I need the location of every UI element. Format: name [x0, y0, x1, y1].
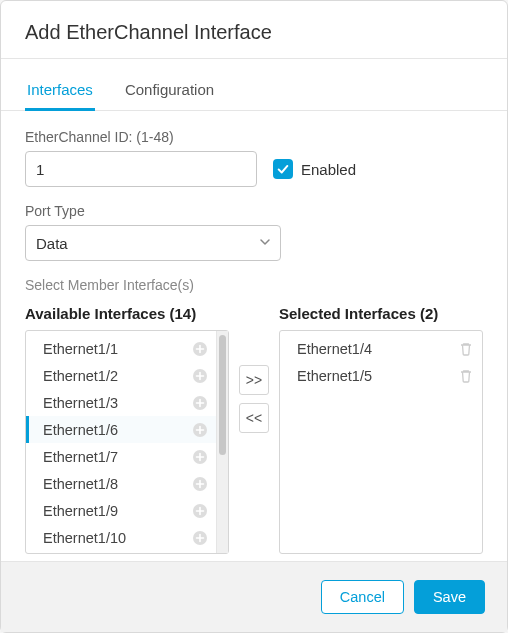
- selected-list-box: Ethernet1/4Ethernet1/5: [279, 330, 483, 554]
- selected-column: Selected Interfaces (2) Ethernet1/4Ether…: [279, 305, 483, 554]
- trash-icon[interactable]: [458, 368, 474, 384]
- port-type-select-wrap: Data: [25, 225, 281, 261]
- dual-list: Available Interfaces (14) Ethernet1/1Eth…: [25, 305, 483, 554]
- tab-configuration[interactable]: Configuration: [123, 69, 216, 111]
- dialog-footer: Cancel Save: [1, 561, 507, 632]
- list-item[interactable]: Ethernet1/4: [280, 335, 482, 362]
- member-interfaces-label: Select Member Interface(s): [25, 277, 483, 293]
- dialog-content: EtherChannel ID: (1-48) Enabled Port Typ…: [1, 111, 507, 561]
- cancel-button[interactable]: Cancel: [321, 580, 404, 614]
- port-type-value: Data: [36, 235, 68, 252]
- dialog-header: Add EtherChannel Interface: [1, 1, 507, 59]
- move-left-button[interactable]: <<: [239, 403, 269, 433]
- tab-interfaces[interactable]: Interfaces: [25, 69, 95, 111]
- available-list-box: Ethernet1/1Ethernet1/2Ethernet1/3Etherne…: [25, 330, 229, 554]
- enabled-label: Enabled: [301, 161, 356, 178]
- list-item[interactable]: Ethernet1/9: [26, 497, 216, 524]
- interface-label: Ethernet1/4: [297, 341, 372, 357]
- add-icon[interactable]: [192, 476, 208, 492]
- selected-list[interactable]: Ethernet1/4Ethernet1/5: [280, 331, 482, 553]
- save-button[interactable]: Save: [414, 580, 485, 614]
- available-list[interactable]: Ethernet1/1Ethernet1/2Ethernet1/3Etherne…: [26, 331, 216, 553]
- etherchannel-id-label: EtherChannel ID: (1-48): [25, 129, 483, 145]
- list-item[interactable]: Ethernet1/6: [26, 416, 216, 443]
- interface-label: Ethernet1/2: [43, 368, 118, 384]
- interface-label: Ethernet1/9: [43, 503, 118, 519]
- etherchannel-id-row: Enabled: [25, 151, 483, 187]
- list-item[interactable]: Ethernet1/8: [26, 470, 216, 497]
- interface-label: Ethernet1/3: [43, 395, 118, 411]
- tab-bar: Interfaces Configuration: [1, 69, 507, 111]
- interface-label: Ethernet1/7: [43, 449, 118, 465]
- enabled-checkbox[interactable]: [273, 159, 293, 179]
- list-item[interactable]: Ethernet1/2: [26, 362, 216, 389]
- etherchannel-id-input[interactable]: [25, 151, 257, 187]
- list-item[interactable]: Ethernet1/1: [26, 335, 216, 362]
- member-interfaces-section: Select Member Interface(s) Available Int…: [25, 277, 483, 554]
- add-icon[interactable]: [192, 530, 208, 546]
- list-item[interactable]: Ethernet1/10: [26, 524, 216, 551]
- add-icon[interactable]: [192, 503, 208, 519]
- add-etherchannel-dialog: Add EtherChannel Interface Interfaces Co…: [0, 0, 508, 633]
- selected-header: Selected Interfaces (2): [279, 305, 483, 322]
- enabled-checkbox-wrap: Enabled: [273, 159, 356, 179]
- interface-label: Ethernet1/8: [43, 476, 118, 492]
- list-item[interactable]: Ethernet1/3: [26, 389, 216, 416]
- move-right-button[interactable]: >>: [239, 365, 269, 395]
- trash-icon[interactable]: [458, 341, 474, 357]
- dialog-title: Add EtherChannel Interface: [25, 21, 483, 44]
- interface-label: Ethernet1/6: [43, 422, 118, 438]
- available-header: Available Interfaces (14): [25, 305, 229, 322]
- port-type-row: Data: [25, 225, 483, 261]
- available-column: Available Interfaces (14) Ethernet1/1Eth…: [25, 305, 229, 554]
- list-item[interactable]: Ethernet1/7: [26, 443, 216, 470]
- check-icon: [276, 162, 290, 176]
- port-type-select[interactable]: Data: [25, 225, 281, 261]
- interface-label: Ethernet1/1: [43, 341, 118, 357]
- move-buttons: >> <<: [239, 305, 269, 433]
- add-icon[interactable]: [192, 395, 208, 411]
- interface-label: Ethernet1/5: [297, 368, 372, 384]
- add-icon[interactable]: [192, 341, 208, 357]
- list-item[interactable]: Ethernet1/5: [280, 362, 482, 389]
- add-icon[interactable]: [192, 368, 208, 384]
- add-icon[interactable]: [192, 449, 208, 465]
- available-scrollbar[interactable]: [216, 331, 228, 553]
- interface-label: Ethernet1/10: [43, 530, 126, 546]
- scrollbar-thumb[interactable]: [219, 335, 226, 455]
- add-icon[interactable]: [192, 422, 208, 438]
- port-type-label: Port Type: [25, 203, 483, 219]
